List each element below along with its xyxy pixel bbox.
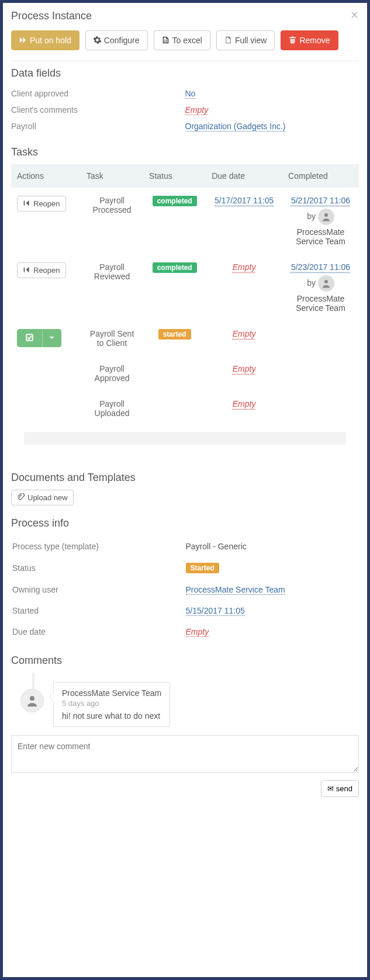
task-name: Payroll Approved — [81, 356, 143, 391]
info-value[interactable]: 5/15/2017 11:05 — [186, 606, 245, 616]
completed-by-line: by — [288, 275, 353, 292]
status-badge: started — [158, 329, 191, 340]
tasks-column-header: Status — [143, 164, 206, 188]
put-on-hold-button[interactable]: Put on hold — [11, 30, 79, 50]
remove-button[interactable]: Remove — [281, 30, 338, 50]
process-info-section: Process info Process type (template)Payr… — [3, 511, 367, 649]
due-date[interactable]: Empty — [233, 364, 256, 373]
comment-item: ProcessMate Service Team 5 days ago hi! … — [11, 673, 359, 733]
tasks-footer-strip — [24, 432, 346, 445]
completed-by-name: ProcessMate Service Team — [288, 227, 353, 246]
info-label: Due date — [12, 622, 185, 642]
to-excel-button[interactable]: To excel — [154, 30, 210, 50]
info-label: Started — [12, 601, 185, 621]
tasks-section: Tasks ActionsTaskStatusDue dateCompleted… — [3, 140, 367, 466]
gear-icon — [94, 36, 101, 45]
paperclip-icon — [17, 493, 25, 502]
comment-time: 5 days ago — [62, 699, 161, 708]
tasks-table: ActionsTaskStatusDue dateCompleted Reope… — [11, 164, 359, 426]
upload-new-label: Upload new — [27, 493, 68, 502]
status-badge: completed — [153, 196, 197, 206]
svg-point-0 — [324, 213, 328, 217]
status-badge: completed — [153, 262, 197, 273]
comment-author: ProcessMate Service Team — [62, 688, 161, 698]
configure-button[interactable]: Configure — [85, 30, 148, 50]
step-backward-icon — [23, 266, 30, 275]
completed-date[interactable]: 5/21/2017 11:06 — [291, 196, 350, 205]
due-date[interactable]: Empty — [233, 329, 256, 338]
fast-forward-icon — [19, 36, 27, 45]
full-view-button[interactable]: Full view — [216, 30, 275, 50]
send-button[interactable]: ✉ send — [321, 780, 359, 797]
modal-header: Process Instance ✕ — [3, 3, 367, 27]
complete-task-button[interactable] — [17, 329, 42, 347]
tasks-heading: Tasks — [11, 146, 359, 158]
comments-section: Comments ProcessMate Service Team 5 days… — [3, 649, 367, 735]
reopen-button[interactable]: Reopen — [17, 262, 66, 278]
info-row: StatusStarted — [12, 557, 358, 579]
completed-by-name: ProcessMate Service Team — [288, 294, 353, 313]
tasks-column-header: Task — [81, 164, 143, 188]
data-field-value[interactable]: Empty — [185, 105, 209, 115]
due-date[interactable]: Empty — [233, 399, 256, 408]
svg-point-3 — [30, 696, 34, 701]
due-date[interactable]: 5/17/2017 11:05 — [215, 196, 274, 205]
avatar — [318, 209, 334, 225]
task-name: Payroll Sent to Client — [81, 321, 143, 356]
table-row: Payroll UploadedEmpty — [11, 391, 359, 426]
data-field-value[interactable]: Organization (Gadgets Inc.) — [185, 122, 286, 131]
close-icon[interactable]: ✕ — [350, 10, 359, 20]
comment-bubble: ProcessMate Service Team 5 days ago hi! … — [53, 682, 170, 727]
comment-input[interactable] — [11, 735, 359, 773]
caret-down-icon — [48, 334, 56, 342]
complete-task-dropdown[interactable] — [42, 329, 61, 347]
info-value: Payroll - Generic — [186, 542, 247, 551]
envelope-icon: ✉ — [327, 784, 334, 793]
due-date[interactable]: Empty — [233, 262, 256, 272]
timeline-bar — [32, 673, 34, 689]
data-field-label: Payroll — [11, 122, 185, 131]
tasks-column-header: Completed — [282, 164, 359, 188]
info-label: Owning user — [12, 580, 185, 600]
remove-label: Remove — [299, 36, 330, 45]
table-row: Payroll Sent to ClientstartedEmpty — [11, 321, 359, 356]
data-field-row: PayrollOrganization (Gadgets Inc.) — [11, 118, 359, 134]
table-row: ReopenPayroll Processedcompleted5/17/201… — [11, 188, 359, 254]
avatar — [318, 275, 334, 292]
svg-point-1 — [324, 280, 328, 283]
info-row: Owning userProcessMate Service Team — [12, 580, 358, 600]
file-excel-icon — [162, 36, 170, 45]
task-name: Payroll Reviewed — [81, 254, 143, 321]
comment-text: hi! not sure what to do next — [62, 711, 161, 721]
task-name: Payroll Uploaded — [81, 391, 143, 426]
reopen-button[interactable]: Reopen — [17, 196, 66, 212]
toolbar: Put on hold Configure To excel Full view… — [3, 27, 367, 61]
info-value[interactable]: Empty — [186, 627, 209, 637]
completed-date[interactable]: 5/23/2017 11:06 — [291, 262, 350, 272]
upload-new-button[interactable]: Upload new — [11, 490, 74, 505]
data-field-label: Client approved — [11, 89, 185, 98]
process-info-heading: Process info — [11, 517, 359, 529]
file-icon — [224, 36, 232, 45]
info-label: Process type (template) — [12, 536, 185, 556]
table-row: Payroll ApprovedEmpty — [11, 356, 359, 391]
documents-section: Documents and Templates Upload new — [3, 466, 367, 511]
documents-heading: Documents and Templates — [11, 472, 359, 484]
reopen-label: Reopen — [33, 199, 60, 208]
info-value[interactable]: ProcessMate Service Team — [186, 585, 285, 595]
comments-heading: Comments — [11, 655, 359, 667]
status-badge: Started — [186, 563, 219, 573]
data-field-label: Client's comments — [11, 105, 185, 115]
configure-label: Configure — [104, 36, 140, 45]
task-name: Payroll Processed — [81, 188, 143, 254]
info-label: Status — [12, 557, 185, 579]
data-field-row: Client's commentsEmpty — [11, 102, 359, 118]
data-field-row: Client approvedNo — [11, 85, 359, 102]
tasks-column-header: Actions — [11, 164, 81, 188]
info-row: Due dateEmpty — [12, 622, 358, 642]
tasks-column-header: Due date — [206, 164, 282, 188]
data-fields-section: Data fields Client approvedNoClient's co… — [3, 61, 367, 140]
data-field-value[interactable]: No — [185, 89, 196, 99]
completed-by-line: by — [288, 209, 353, 225]
send-label: send — [336, 784, 352, 793]
